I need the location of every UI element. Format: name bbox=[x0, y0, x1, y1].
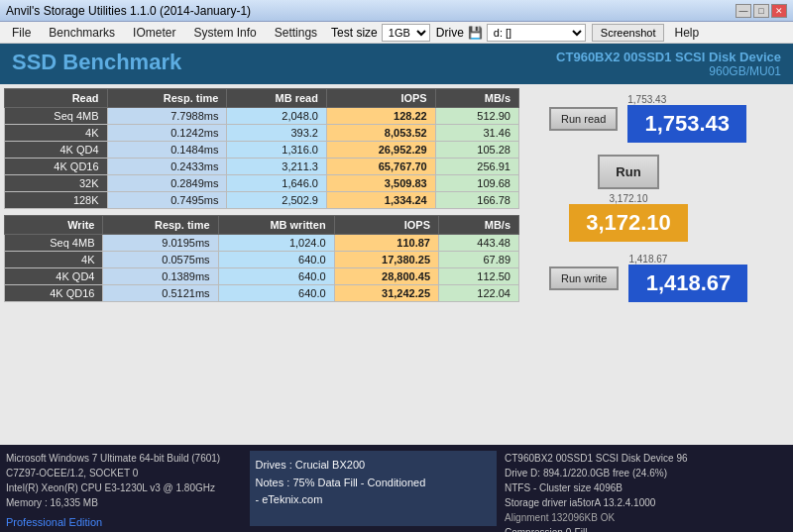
score-read-box: 1,753.43 bbox=[627, 105, 746, 143]
cell-mb: 3,211.3 bbox=[227, 159, 327, 175]
cell-iops: 17,380.25 bbox=[334, 252, 438, 268]
bottom-drives: Drives : Crucial BX200 bbox=[256, 457, 492, 475]
col-mb-read: MB read bbox=[227, 89, 327, 108]
maximize-button[interactable]: □ bbox=[753, 4, 769, 18]
cell-time: 0.1484ms bbox=[107, 142, 227, 159]
cell-mbs: 256.91 bbox=[435, 159, 518, 175]
bottom-alignment: Alignment 132096KB OK bbox=[505, 510, 787, 525]
cell-time: 0.0575ms bbox=[103, 252, 218, 268]
cell-mbs: 109.68 bbox=[435, 175, 518, 192]
bottom-os: Microsoft Windows 7 Ultimate 64-bit Buil… bbox=[6, 451, 242, 466]
cell-time: 0.2433ms bbox=[107, 159, 227, 175]
cell-iops: 28,800.45 bbox=[334, 268, 438, 285]
cell-time: 7.7988ms bbox=[107, 108, 227, 125]
row-label: 4K QD4 bbox=[5, 268, 103, 285]
cell-mb: 640.0 bbox=[218, 252, 334, 268]
title-bar: Anvil's Storage Utilities 1.1.0 (2014-Ja… bbox=[0, 0, 793, 22]
table-row: 128K 0.7495ms 2,502.9 1,334.24 166.78 bbox=[5, 192, 519, 209]
drive-select[interactable]: d: [] bbox=[487, 24, 586, 42]
ssd-benchmark-title: SSD Benchmark bbox=[12, 50, 181, 75]
menu-iometer[interactable]: IOmeter bbox=[125, 24, 183, 42]
row-label: Seq 4MB bbox=[5, 108, 108, 125]
row-label: 4K bbox=[5, 252, 103, 268]
row-label: Seq 4MB bbox=[5, 235, 103, 252]
run-read-row: Run read 1,753.43 1,753.43 bbox=[549, 94, 793, 143]
bottom-fs: NTFS - Cluster size 4096B bbox=[505, 480, 787, 495]
col-iops-w: IOPS bbox=[334, 216, 438, 235]
cell-mb: 393.2 bbox=[227, 125, 327, 142]
cell-time: 0.7495ms bbox=[107, 192, 227, 209]
cell-mb: 640.0 bbox=[218, 268, 334, 285]
menu-file[interactable]: File bbox=[4, 24, 39, 42]
drive-label: Drive bbox=[436, 26, 464, 40]
table-row: 4K QD16 0.2433ms 3,211.3 65,767.70 256.9… bbox=[5, 159, 519, 175]
cell-mb: 1,316.0 bbox=[227, 142, 327, 159]
bottom-mid: Drives : Crucial BX200 Notes : 75% Data … bbox=[250, 451, 498, 526]
cell-iops: 26,952.29 bbox=[326, 142, 435, 159]
test-size-label: Test size bbox=[331, 26, 378, 40]
row-label: 128K bbox=[5, 192, 108, 209]
col-iops: IOPS bbox=[326, 89, 435, 108]
content-area: Read Resp. time MB read IOPS MB/s Seq 4M… bbox=[0, 84, 793, 445]
cell-mbs: 166.78 bbox=[435, 192, 518, 209]
score-total-small: 3,172.10 bbox=[610, 193, 648, 204]
cell-iops: 8,053.52 bbox=[326, 125, 435, 142]
close-button[interactable]: ✕ bbox=[771, 4, 787, 18]
cell-iops: 3,509.83 bbox=[326, 175, 435, 192]
col-read: Read bbox=[5, 89, 108, 108]
device-sub: 960GB/MU01 bbox=[556, 64, 781, 78]
drive-group: Drive 💾 d: [] bbox=[436, 24, 586, 42]
bottom-site: - eTeknix.com bbox=[256, 491, 492, 509]
table-row: Seq 4MB 7.7988ms 2,048.0 128.22 512.90 bbox=[5, 108, 519, 125]
run-total-group: Run 3,172.10 3,172.10 bbox=[569, 155, 688, 242]
title-text: Anvil's Storage Utilities 1.1.0 (2014-Ja… bbox=[6, 4, 251, 18]
minimize-button[interactable]: — bbox=[736, 4, 751, 18]
menu-help[interactable]: Help bbox=[666, 24, 707, 42]
cell-time: 0.5121ms bbox=[103, 285, 218, 302]
cell-iops: 128.22 bbox=[326, 108, 435, 125]
bottom-cpu2: Intel(R) Xeon(R) CPU E3-1230L v3 @ 1.80G… bbox=[6, 480, 242, 495]
table-row: 4K 0.1242ms 393.2 8,053.52 31.46 bbox=[5, 125, 519, 142]
bottom-device: CT960BX2 00SSD1 SCSI Disk Device 96 bbox=[505, 451, 787, 466]
run-button[interactable]: Run bbox=[598, 155, 658, 189]
write-table: Write Resp. time MB written IOPS MB/s Se… bbox=[4, 215, 519, 302]
benchmark-area: Read Resp. time MB read IOPS MB/s Seq 4M… bbox=[0, 84, 535, 445]
cell-mb: 1,646.0 bbox=[227, 175, 327, 192]
menu-benchmarks[interactable]: Benchmarks bbox=[41, 24, 123, 42]
pro-edition-label: Professional Edition bbox=[6, 514, 242, 531]
bottom-compression: Compression 0-Fill bbox=[505, 525, 787, 532]
bottom-right: CT960BX2 00SSD1 SCSI Disk Device 96 Driv… bbox=[505, 451, 787, 526]
menu-bar: File Benchmarks IOmeter System Info Sett… bbox=[0, 22, 793, 44]
run-read-button[interactable]: Run read bbox=[549, 107, 618, 131]
cell-mb: 1,024.0 bbox=[218, 235, 334, 252]
cell-iops: 31,242.25 bbox=[334, 285, 438, 302]
menu-settings[interactable]: Settings bbox=[267, 24, 325, 42]
cell-mbs: 122.04 bbox=[439, 285, 519, 302]
table-row: 4K QD4 0.1389ms 640.0 28,800.45 112.50 bbox=[5, 268, 519, 285]
table-row: 32K 0.2849ms 1,646.0 3,509.83 109.68 bbox=[5, 175, 519, 192]
run-write-row: Run write 1,418.67 1,418.67 bbox=[549, 254, 793, 302]
cell-mbs: 512.90 bbox=[435, 108, 518, 125]
cell-mbs: 105.28 bbox=[435, 142, 518, 159]
bottom-panel: Microsoft Windows 7 Ultimate 64-bit Buil… bbox=[0, 445, 793, 532]
test-size-group: Test size 1GB bbox=[331, 24, 430, 42]
screenshot-button[interactable]: Screenshot bbox=[592, 24, 665, 42]
cell-time: 9.0195ms bbox=[103, 235, 218, 252]
row-label: 4K bbox=[5, 125, 108, 142]
run-write-button[interactable]: Run write bbox=[549, 266, 619, 290]
cell-mb: 640.0 bbox=[218, 285, 334, 302]
col-mbs: MB/s bbox=[435, 89, 518, 108]
row-label: 4K QD16 bbox=[5, 159, 108, 175]
score-total-box: 3,172.10 bbox=[569, 204, 688, 242]
score-write-small: 1,418.67 bbox=[628, 254, 667, 265]
table-row: Seq 4MB 9.0195ms 1,024.0 110.87 443.48 bbox=[5, 235, 519, 252]
cell-iops: 65,767.70 bbox=[326, 159, 435, 175]
table-row: 4K QD4 0.1484ms 1,316.0 26,952.29 105.28 bbox=[5, 142, 519, 159]
test-size-select[interactable]: 1GB bbox=[382, 24, 430, 42]
drive-icon: 💾 bbox=[468, 26, 483, 40]
header: SSD Benchmark CT960BX2 00SSD1 SCSI Disk … bbox=[0, 44, 793, 84]
menu-systeminfo[interactable]: System Info bbox=[185, 24, 264, 42]
bottom-memory: Memory : 16,335 MB bbox=[6, 495, 242, 510]
bottom-notes: Notes : 75% Data Fill - Conditioned bbox=[256, 475, 492, 492]
col-resp-time: Resp. time bbox=[107, 89, 227, 108]
